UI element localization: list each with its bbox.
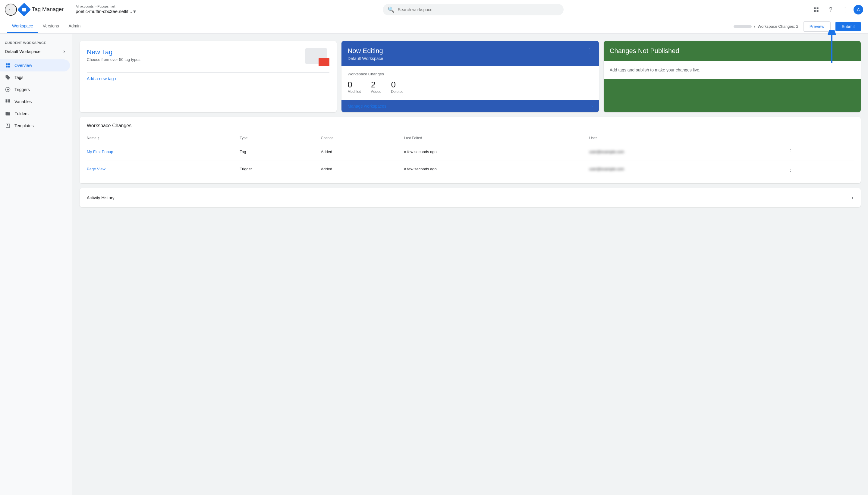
- nav-tabs: Workspace Versions Admin / Workspace Cha…: [0, 19, 868, 34]
- search-box: 🔍: [383, 4, 563, 15]
- svg-rect-1: [817, 7, 819, 9]
- col-change: Change: [321, 133, 404, 143]
- overview-icon: [5, 63, 11, 68]
- main-layout: CURRENT WORKSPACE Default Workspace › Ov…: [0, 34, 868, 495]
- svg-rect-4: [6, 63, 7, 65]
- svg-rect-6: [6, 66, 7, 68]
- row-change: Added: [321, 160, 404, 177]
- sort-icon: ↑: [98, 136, 100, 140]
- row-type: Tag: [240, 143, 321, 160]
- svg-rect-7: [8, 66, 10, 68]
- logo-diamond-icon: [17, 3, 31, 16]
- changes-not-published-body: Add tags and publish to make your change…: [604, 61, 861, 79]
- triggers-icon: [5, 86, 11, 92]
- search-input[interactable]: [398, 7, 559, 12]
- account-info: All accounts > Popupsmart poetic-muffin-…: [76, 4, 136, 15]
- changes-not-published-card: Changes Not Published Add tags and publi…: [604, 41, 861, 112]
- changes-not-published-title: Changes Not Published: [610, 47, 855, 55]
- row-user: user@example.com: [589, 160, 786, 177]
- new-tag-info: New Tag Choose from over 50 tag types: [87, 48, 140, 62]
- submit-button[interactable]: Submit: [835, 22, 861, 31]
- sidebar-item-label: Overview: [15, 63, 32, 68]
- activity-history-title: Activity History: [87, 195, 115, 200]
- row-user: user@example.com: [589, 143, 786, 160]
- svg-rect-12: [6, 101, 7, 103]
- tab-versions[interactable]: Versions: [38, 20, 64, 33]
- now-editing-card: Now Editing Default Workspace ⋮ Workspac…: [342, 41, 598, 112]
- svg-rect-13: [8, 101, 10, 103]
- table-row: Page View Trigger Added a few seconds ag…: [87, 160, 853, 177]
- activity-history-chevron-icon: ›: [851, 194, 853, 201]
- col-name: Name ↑: [87, 133, 240, 143]
- tags-icon: [5, 74, 11, 81]
- sidebar-item-folders[interactable]: Folders: [0, 108, 70, 120]
- folders-icon: [5, 110, 11, 117]
- svg-rect-0: [814, 7, 816, 9]
- workspace-name: poetic-muffin-cbc3ee.netlif...: [76, 9, 132, 14]
- indicator-bar: [733, 25, 752, 28]
- avatar[interactable]: A: [853, 5, 863, 15]
- help-icon[interactable]: ?: [824, 4, 837, 16]
- workspace-separator: /: [754, 24, 755, 29]
- added-label: Added: [371, 89, 382, 94]
- sidebar-item-variables[interactable]: Variables: [0, 96, 70, 108]
- chevron-down-icon: ▾: [133, 8, 136, 15]
- col-last-edited: Last Edited: [404, 133, 589, 143]
- changes-stats: 0 Modified 2 Added 0 Deleted: [347, 80, 592, 94]
- sidebar-item-label: Tags: [15, 75, 23, 80]
- workspace-changes-table-card: Workspace Changes Name ↑ Type Change Las…: [80, 117, 861, 183]
- now-editing-subtitle: Default Workspace: [347, 56, 383, 61]
- sidebar-item-triggers[interactable]: Triggers: [0, 84, 70, 96]
- nav-right: / Workspace Changes: 2 Preview Submit: [733, 21, 861, 32]
- sidebar-workspace-selector[interactable]: Default Workspace ›: [0, 46, 70, 57]
- apps-icon[interactable]: [810, 4, 822, 16]
- table-body: My First Popup Tag Added a few seconds a…: [87, 143, 853, 177]
- add-new-tag-link[interactable]: Add a new tag ›: [87, 72, 329, 81]
- workspace-selector[interactable]: poetic-muffin-cbc3ee.netlif... ▾: [76, 8, 136, 15]
- now-editing-title: Now Editing: [347, 47, 383, 55]
- now-editing-more-icon[interactable]: ⋮: [587, 47, 593, 54]
- sidebar-section-label: CURRENT WORKSPACE: [0, 39, 72, 46]
- svg-rect-5: [8, 63, 10, 65]
- sidebar-item-label: Variables: [15, 99, 32, 104]
- tab-workspace[interactable]: Workspace: [7, 20, 38, 33]
- sidebar: CURRENT WORKSPACE Default Workspace › Ov…: [0, 34, 72, 495]
- workspace-changes-table-title: Workspace Changes: [87, 123, 853, 129]
- new-tag-description: Choose from over 50 tag types: [87, 57, 140, 62]
- sidebar-item-label: Templates: [15, 123, 34, 128]
- workspace-indicator: / Workspace Changes: 2: [733, 24, 798, 29]
- row-actions: ⋮: [786, 143, 853, 160]
- back-button[interactable]: ←: [5, 4, 17, 16]
- preview-button[interactable]: Preview: [803, 21, 831, 32]
- row-menu-button[interactable]: ⋮: [786, 147, 795, 156]
- activity-history-card[interactable]: Activity History ›: [80, 188, 861, 207]
- manage-workspaces-link[interactable]: Manage workspaces ›: [342, 100, 598, 112]
- sidebar-item-tags[interactable]: Tags: [0, 71, 70, 84]
- workspace-changes-title: Workspace Changes: [347, 72, 592, 76]
- svg-rect-3: [817, 10, 819, 12]
- sidebar-nav: Overview Tags Triggers Variables: [0, 59, 72, 132]
- table-header: Name ↑ Type Change Last Edited User: [87, 133, 853, 143]
- modified-stat: 0 Modified: [347, 80, 361, 94]
- svg-point-9: [7, 89, 9, 90]
- svg-rect-2: [814, 10, 816, 12]
- breadcrumb: All accounts > Popupsmart: [76, 4, 136, 8]
- sidebar-chevron-icon: ›: [63, 48, 65, 54]
- header-actions: ? ⋮ A: [810, 4, 863, 16]
- sidebar-item-label: Triggers: [15, 87, 30, 92]
- row-menu-button[interactable]: ⋮: [786, 164, 795, 174]
- more-options-icon[interactable]: ⋮: [839, 4, 851, 16]
- workspace-changes-count: Workspace Changes: 2: [758, 24, 798, 29]
- row-name-link[interactable]: Page View: [87, 167, 105, 171]
- sidebar-item-templates[interactable]: Templates: [0, 120, 70, 132]
- row-name-link[interactable]: My First Popup: [87, 150, 113, 154]
- added-stat: 2 Added: [371, 80, 382, 94]
- nav-left: Workspace Versions Admin: [7, 20, 85, 33]
- new-tag-icon: [305, 48, 329, 66]
- now-editing-header: Now Editing Default Workspace ⋮: [342, 41, 598, 66]
- new-tag-title: New Tag: [87, 48, 140, 56]
- workspace-changes-section: Workspace Changes 0 Modified 2 Added 0 D: [342, 66, 598, 100]
- tab-admin[interactable]: Admin: [64, 20, 85, 33]
- variables-icon: [5, 99, 11, 105]
- sidebar-item-overview[interactable]: Overview: [0, 59, 70, 71]
